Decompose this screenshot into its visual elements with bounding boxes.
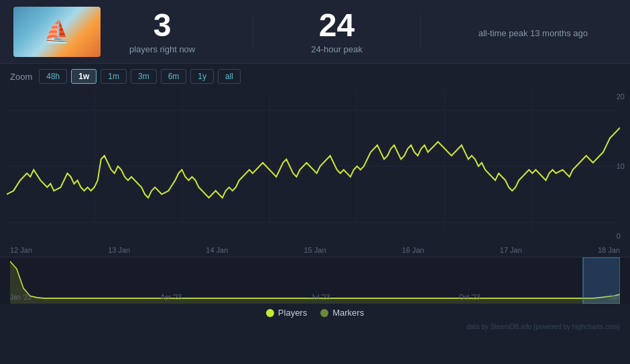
stat-alltime-peak: all-time peak 13 months ago (479, 25, 588, 38)
mini-x-label-jul23: Jul '23 (311, 294, 330, 301)
y-axis-labels: 20 10 0 (617, 89, 625, 243)
y-label-0: 0 (617, 232, 625, 240)
zoom-btn-all[interactable]: all (218, 69, 241, 84)
legend-markers: Markers (320, 308, 364, 318)
stat-divider-2 (420, 15, 421, 48)
mini-chart: Jan '23 Apr '23 Jul '23 Oct '23 Jan (0, 257, 630, 304)
x-label-16jan: 16 Jan (402, 246, 424, 254)
y-label-20: 20 (617, 93, 625, 101)
x-label-15jan: 15 Jan (304, 246, 326, 254)
zoom-btn-1y[interactable]: 1y (190, 69, 214, 84)
mini-x-label-jan: Jan (609, 294, 620, 301)
y-label-10: 10 (617, 162, 625, 170)
players-label: Players (278, 308, 307, 318)
players-dot-icon (266, 309, 274, 317)
markers-dot-icon (320, 309, 328, 317)
stat-24h-peak: 24 24-hour peak (311, 9, 363, 54)
zoom-label: Zoom (10, 72, 32, 82)
24h-peak-number: 24 (319, 9, 355, 42)
stats-group: 3 players right now 24 24-hour peak all-… (101, 9, 617, 54)
game-thumbnail: ⛵ (13, 7, 101, 57)
stat-divider-1 (253, 15, 253, 48)
stat-current-players: 3 players right now (129, 9, 195, 54)
markers-label: Markers (332, 308, 364, 318)
attribution-text: data by SteamDB.info (powered by highcha… (466, 323, 620, 330)
x-label-14jan: 14 Jan (206, 246, 228, 254)
legend: Players Markers (0, 304, 630, 322)
24h-peak-label: 24-hour peak (311, 44, 363, 54)
mini-x-axis: Jan '23 Apr '23 Jul '23 Oct '23 Jan (10, 294, 620, 301)
main-chart: 20 10 0 (0, 89, 630, 243)
legend-players: Players (266, 308, 307, 318)
zoom-btn-48h[interactable]: 48h (39, 69, 67, 84)
zoom-btn-3m[interactable]: 3m (131, 69, 157, 84)
x-label-12jan: 12 Jan (10, 246, 32, 254)
header: ⛵ 3 players right now 24 24-hour peak al… (0, 0, 630, 64)
zoom-bar: Zoom 48h 1w 1m 3m 6m 1y all (0, 64, 630, 89)
alltime-peak-label: all-time peak 13 months ago (479, 28, 588, 38)
zoom-btn-1w[interactable]: 1w (71, 69, 97, 84)
x-label-13jan: 13 Jan (108, 246, 130, 254)
mini-x-label-jan23: Jan '23 (10, 294, 32, 301)
current-players-label: players right now (129, 44, 195, 54)
current-players-number: 3 (153, 9, 172, 42)
x-label-18jan: 18 Jan (598, 246, 620, 254)
mini-x-label-oct23: Oct '23 (459, 294, 480, 301)
attribution: data by SteamDB.info (powered by highcha… (0, 322, 630, 332)
game-thumbnail-image: ⛵ (13, 7, 101, 57)
x-label-17jan: 17 Jan (500, 246, 522, 254)
mini-x-label-apr23: Apr '23 (161, 294, 182, 301)
main-chart-svg (7, 89, 620, 243)
x-axis: 12 Jan 13 Jan 14 Jan 15 Jan 16 Jan 17 Ja… (0, 243, 630, 257)
zoom-btn-6m[interactable]: 6m (161, 69, 187, 84)
zoom-btn-1m[interactable]: 1m (101, 69, 127, 84)
